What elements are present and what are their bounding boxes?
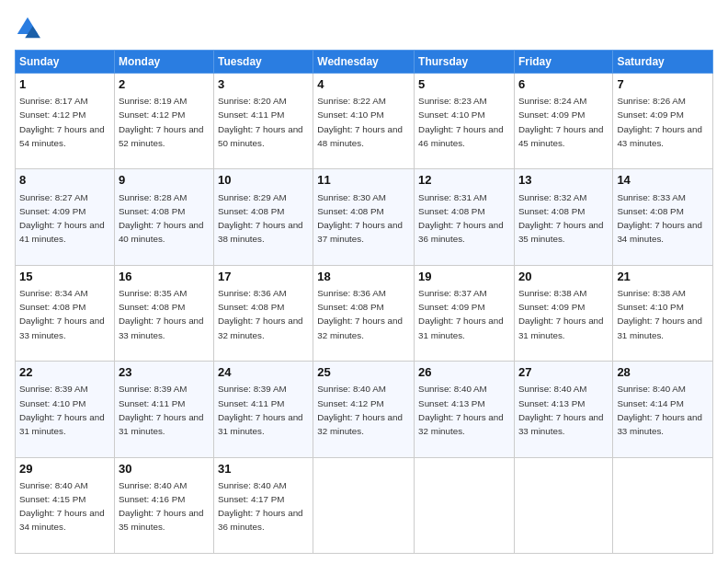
day-number: 31 — [218, 461, 309, 477]
day-content: Sunrise: 8:29 AMSunset: 4:08 PMDaylight:… — [218, 192, 303, 245]
calendar-cell: 10Sunrise: 8:29 AMSunset: 4:08 PMDayligh… — [213, 169, 313, 265]
calendar-week-row: 15Sunrise: 8:34 AMSunset: 4:08 PMDayligh… — [16, 265, 713, 361]
day-content: Sunrise: 8:26 AMSunset: 4:09 PMDaylight:… — [617, 96, 702, 148]
calendar-cell: 7Sunrise: 8:26 AMSunset: 4:09 PMDaylight… — [613, 74, 713, 169]
calendar-week-row: 29Sunrise: 8:40 AMSunset: 4:15 PMDayligh… — [16, 457, 713, 553]
day-content: Sunrise: 8:27 AMSunset: 4:09 PMDaylight:… — [19, 192, 105, 245]
day-number: 24 — [218, 364, 309, 381]
calendar-cell: 17Sunrise: 8:36 AMSunset: 4:08 PMDayligh… — [213, 265, 313, 361]
day-content: Sunrise: 8:38 AMSunset: 4:10 PMDaylight:… — [617, 288, 702, 340]
day-number: 28 — [617, 364, 709, 381]
day-number: 7 — [617, 76, 709, 93]
calendar-cell: 4Sunrise: 8:22 AMSunset: 4:10 PMDaylight… — [313, 74, 415, 169]
day-content: Sunrise: 8:40 AMSunset: 4:14 PMDaylight:… — [617, 384, 702, 436]
day-number: 2 — [119, 76, 210, 93]
calendar-cell: 25Sunrise: 8:40 AMSunset: 4:12 PMDayligh… — [313, 362, 415, 457]
day-number: 9 — [119, 172, 210, 189]
calendar-cell: 8Sunrise: 8:27 AMSunset: 4:09 PMDaylight… — [16, 169, 115, 265]
day-number: 19 — [418, 269, 510, 285]
calendar-cell — [613, 457, 713, 553]
calendar-cell: 26Sunrise: 8:40 AMSunset: 4:13 PMDayligh… — [415, 362, 515, 457]
day-content: Sunrise: 8:39 AMSunset: 4:11 PMDaylight:… — [119, 384, 204, 436]
calendar-cell: 21Sunrise: 8:38 AMSunset: 4:10 PMDayligh… — [613, 265, 713, 361]
calendar-cell: 24Sunrise: 8:39 AMSunset: 4:11 PMDayligh… — [213, 362, 313, 457]
day-content: Sunrise: 8:40 AMSunset: 4:15 PMDaylight:… — [19, 480, 105, 533]
calendar-cell: 22Sunrise: 8:39 AMSunset: 4:10 PMDayligh… — [16, 362, 115, 457]
calendar-cell: 1Sunrise: 8:17 AMSunset: 4:12 PMDaylight… — [16, 74, 115, 169]
weekday-header: Friday — [514, 51, 612, 74]
calendar-cell — [514, 457, 612, 553]
day-number: 11 — [317, 172, 410, 189]
day-content: Sunrise: 8:28 AMSunset: 4:08 PMDaylight:… — [119, 192, 204, 245]
calendar-cell: 3Sunrise: 8:20 AMSunset: 4:11 PMDaylight… — [213, 74, 313, 169]
day-content: Sunrise: 8:39 AMSunset: 4:11 PMDaylight:… — [218, 384, 303, 436]
day-number: 22 — [19, 364, 110, 381]
day-number: 1 — [19, 76, 110, 93]
calendar-cell: 19Sunrise: 8:37 AMSunset: 4:09 PMDayligh… — [415, 265, 515, 361]
calendar-cell: 30Sunrise: 8:40 AMSunset: 4:16 PMDayligh… — [114, 457, 213, 553]
day-number: 23 — [119, 364, 210, 381]
day-content: Sunrise: 8:20 AMSunset: 4:11 PMDaylight:… — [218, 96, 303, 148]
calendar-week-row: 1Sunrise: 8:17 AMSunset: 4:12 PMDaylight… — [16, 74, 713, 169]
calendar-cell: 6Sunrise: 8:24 AMSunset: 4:09 PMDaylight… — [514, 74, 612, 169]
calendar-cell: 28Sunrise: 8:40 AMSunset: 4:14 PMDayligh… — [613, 362, 713, 457]
logo — [15, 15, 44, 40]
calendar-cell: 29Sunrise: 8:40 AMSunset: 4:15 PMDayligh… — [16, 457, 115, 553]
calendar-cell: 16Sunrise: 8:35 AMSunset: 4:08 PMDayligh… — [114, 265, 213, 361]
day-content: Sunrise: 8:40 AMSunset: 4:13 PMDaylight:… — [518, 384, 604, 436]
calendar-table: SundayMondayTuesdayWednesdayThursdayFrid… — [15, 50, 713, 554]
calendar-cell: 27Sunrise: 8:40 AMSunset: 4:13 PMDayligh… — [514, 362, 612, 457]
calendar-cell: 18Sunrise: 8:36 AMSunset: 4:08 PMDayligh… — [313, 265, 415, 361]
day-content: Sunrise: 8:24 AMSunset: 4:09 PMDaylight:… — [518, 96, 604, 148]
calendar-cell: 14Sunrise: 8:33 AMSunset: 4:08 PMDayligh… — [613, 169, 713, 265]
day-content: Sunrise: 8:19 AMSunset: 4:12 PMDaylight:… — [119, 96, 204, 148]
weekday-header: Wednesday — [313, 51, 415, 74]
day-number: 12 — [418, 172, 510, 189]
day-number: 27 — [518, 364, 609, 381]
day-number: 4 — [317, 76, 410, 93]
day-number: 29 — [19, 461, 110, 477]
calendar-cell: 23Sunrise: 8:39 AMSunset: 4:11 PMDayligh… — [114, 362, 213, 457]
day-content: Sunrise: 8:36 AMSunset: 4:08 PMDaylight:… — [317, 288, 403, 340]
weekday-header: Tuesday — [213, 51, 313, 74]
day-number: 6 — [518, 76, 609, 93]
weekday-header: Thursday — [415, 51, 515, 74]
day-content: Sunrise: 8:23 AMSunset: 4:10 PMDaylight:… — [418, 96, 504, 148]
calendar-cell: 11Sunrise: 8:30 AMSunset: 4:08 PMDayligh… — [313, 169, 415, 265]
day-number: 20 — [518, 269, 609, 285]
calendar-cell — [415, 457, 515, 553]
header — [15, 15, 713, 40]
calendar-cell: 9Sunrise: 8:28 AMSunset: 4:08 PMDaylight… — [114, 169, 213, 265]
day-number: 5 — [418, 76, 510, 93]
day-number: 15 — [19, 269, 110, 285]
day-content: Sunrise: 8:40 AMSunset: 4:16 PMDaylight:… — [119, 480, 204, 533]
day-content: Sunrise: 8:35 AMSunset: 4:08 PMDaylight:… — [119, 288, 204, 340]
day-content: Sunrise: 8:39 AMSunset: 4:10 PMDaylight:… — [19, 384, 105, 436]
calendar-cell: 12Sunrise: 8:31 AMSunset: 4:08 PMDayligh… — [415, 169, 515, 265]
day-number: 14 — [617, 172, 709, 189]
day-content: Sunrise: 8:30 AMSunset: 4:08 PMDaylight:… — [317, 192, 403, 245]
day-content: Sunrise: 8:40 AMSunset: 4:12 PMDaylight:… — [317, 384, 403, 436]
calendar-cell: 2Sunrise: 8:19 AMSunset: 4:12 PMDaylight… — [114, 74, 213, 169]
day-number: 3 — [218, 76, 309, 93]
day-content: Sunrise: 8:40 AMSunset: 4:13 PMDaylight:… — [418, 384, 504, 436]
day-number: 13 — [518, 172, 609, 189]
day-content: Sunrise: 8:17 AMSunset: 4:12 PMDaylight:… — [19, 96, 105, 148]
day-content: Sunrise: 8:38 AMSunset: 4:09 PMDaylight:… — [518, 288, 604, 340]
calendar-cell — [313, 457, 415, 553]
calendar-cell: 5Sunrise: 8:23 AMSunset: 4:10 PMDaylight… — [415, 74, 515, 169]
weekday-header: Sunday — [16, 51, 115, 74]
day-number: 25 — [317, 364, 410, 381]
day-number: 26 — [418, 364, 510, 381]
calendar-cell: 20Sunrise: 8:38 AMSunset: 4:09 PMDayligh… — [514, 265, 612, 361]
day-number: 30 — [119, 461, 210, 477]
calendar-cell: 13Sunrise: 8:32 AMSunset: 4:08 PMDayligh… — [514, 169, 612, 265]
day-content: Sunrise: 8:31 AMSunset: 4:08 PMDaylight:… — [418, 192, 504, 245]
calendar-header-row: SundayMondayTuesdayWednesdayThursdayFrid… — [16, 51, 713, 74]
day-content: Sunrise: 8:34 AMSunset: 4:08 PMDaylight:… — [19, 288, 105, 340]
day-content: Sunrise: 8:37 AMSunset: 4:09 PMDaylight:… — [418, 288, 504, 340]
day-number: 21 — [617, 269, 709, 285]
day-number: 17 — [218, 269, 309, 285]
page: SundayMondayTuesdayWednesdayThursdayFrid… — [0, 0, 728, 563]
calendar-week-row: 22Sunrise: 8:39 AMSunset: 4:10 PMDayligh… — [16, 362, 713, 457]
